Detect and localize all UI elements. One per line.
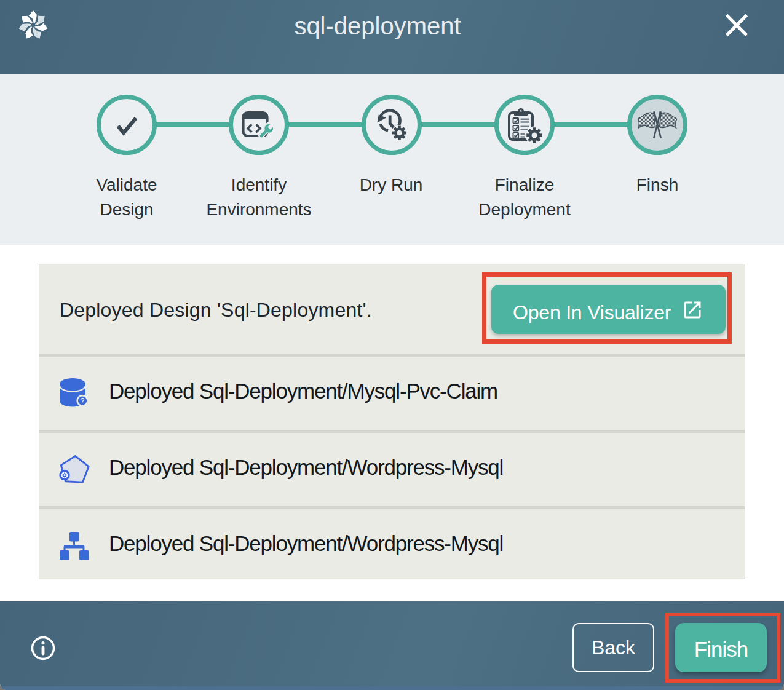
svg-text:?: ? (81, 397, 85, 405)
